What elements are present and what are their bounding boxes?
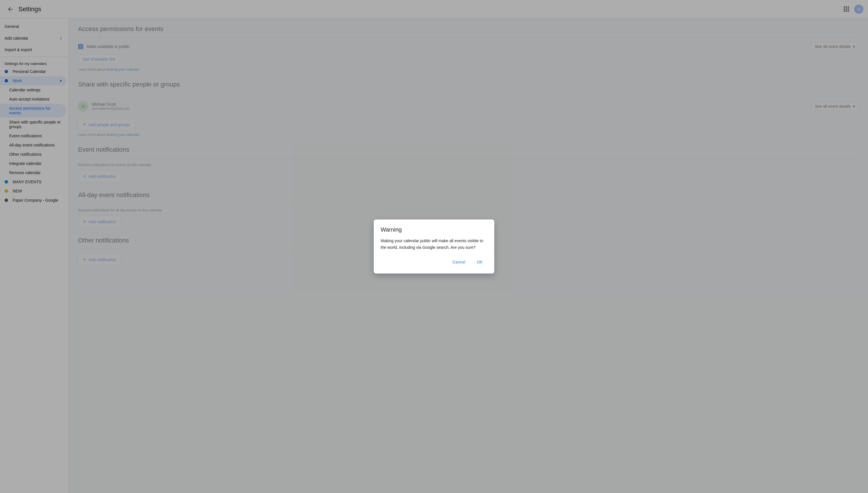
dialog-title: Warning xyxy=(381,227,487,233)
warning-dialog: Warning Making your calendar public will… xyxy=(374,219,494,274)
dialog-body: Making your calendar public will make al… xyxy=(381,238,487,251)
dialog-actions: Cancel OK xyxy=(381,257,487,266)
cancel-button[interactable]: Cancel xyxy=(448,257,470,266)
ok-button[interactable]: OK xyxy=(472,257,487,266)
dialog-overlay: Warning Making your calendar public will… xyxy=(0,0,868,493)
